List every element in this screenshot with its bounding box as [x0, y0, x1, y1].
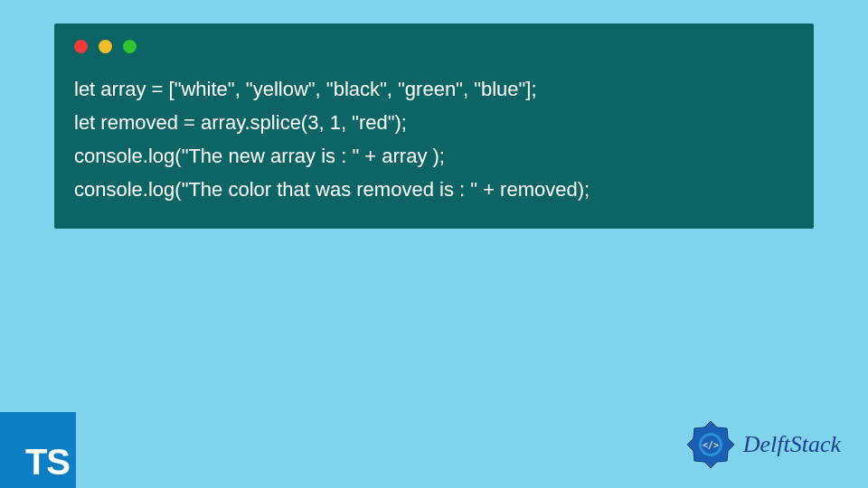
- brand-name: DelftStack: [743, 431, 841, 458]
- code-line: let array = ["white", "yellow", "black",…: [74, 73, 794, 107]
- close-icon: [74, 40, 88, 53]
- minimize-icon: [99, 40, 112, 53]
- window-dots: [74, 40, 794, 53]
- code-line: console.log("The new array is : " + arra…: [74, 140, 794, 174]
- ts-label: TS: [25, 442, 70, 483]
- code-content: let array = ["white", "yellow", "black",…: [74, 73, 794, 207]
- code-line: console.log("The color that was removed …: [74, 174, 794, 207]
- delftstack-icon: </>: [685, 419, 736, 470]
- delftstack-logo: </> DelftStack: [685, 419, 841, 470]
- code-line: let removed = array.splice(3, 1, "red");: [74, 107, 794, 140]
- typescript-badge: TS: [0, 412, 76, 488]
- maximize-icon: [123, 40, 137, 53]
- svg-text:</>: </>: [703, 440, 719, 450]
- code-block-container: let array = ["white", "yellow", "black",…: [54, 23, 814, 229]
